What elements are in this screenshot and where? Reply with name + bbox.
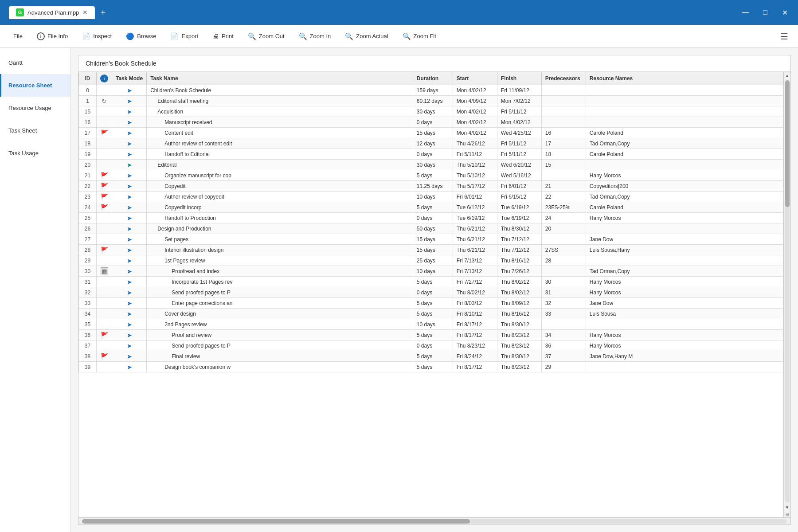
vertical-scrollbar[interactable]: ▲ ▼ ⊞ [783, 72, 790, 517]
zoomout-label: Zoom Out [259, 33, 285, 39]
cell-indicator: 🚩 [97, 192, 112, 202]
fileinfo-icon: i [37, 32, 45, 40]
menu-print[interactable]: 🖨 Print [206, 30, 240, 43]
export-icon: 📄 [170, 32, 179, 40]
scroll-down-arrow[interactable]: ▼ [784, 504, 790, 511]
v-scroll-thumb [785, 80, 790, 207]
h-scroll-thumb [82, 519, 470, 524]
cell-start: Tue 6/12/12 [453, 202, 497, 213]
cell-predecessors: 34 [541, 330, 586, 340]
cell-indicator: 🚩 [97, 351, 112, 362]
cell-id: 18 [79, 138, 97, 149]
table-row: 31➤Incorporate 1st Pages rev5 daysFri 7/… [79, 277, 783, 287]
task-mode-icon: ➤ [127, 236, 132, 243]
cell-start: Thu 8/23/12 [453, 340, 497, 351]
minimize-button[interactable]: — [738, 4, 754, 20]
task-mode-icon: ➤ [127, 268, 132, 275]
main-content: Children's Book Schedule ID i Task Mode … [71, 48, 798, 532]
menu-file[interactable]: File [7, 30, 29, 42]
hamburger-menu[interactable]: ☰ [778, 28, 791, 44]
tab-close-button[interactable]: ✕ [82, 9, 88, 16]
task-mode-icon: ➤ [127, 321, 132, 328]
sidebar-item-task-sheet[interactable]: Task Sheet [0, 119, 70, 142]
cell-taskname: Acquisition [147, 106, 413, 117]
close-button[interactable]: ✕ [777, 4, 793, 20]
menu-zoomfit[interactable]: 🔍 Zoom Fit [396, 30, 442, 43]
cell-id: 32 [79, 287, 97, 298]
task-mode-icon: ➤ [127, 87, 132, 94]
cell-start: Mon 4/02/12 [453, 128, 497, 138]
cell-predecessors [541, 319, 586, 330]
v-scroll-track[interactable] [785, 80, 790, 503]
menu-export[interactable]: 📄 Export [164, 30, 204, 43]
cell-id: 35 [79, 319, 97, 330]
cell-start: Fri 8/17/12 [453, 330, 497, 340]
menu-zoomout[interactable]: 🔍 Zoom Out [242, 30, 291, 43]
cell-duration: 10 days [413, 266, 453, 277]
table-row: 24🚩➤Copyedit incorp5 daysTue 6/12/12Tue … [79, 202, 783, 213]
cell-id: 33 [79, 298, 97, 309]
col-header-id: ID [79, 72, 97, 85]
cell-mode: ➤ [112, 330, 147, 340]
cell-duration: 12 days [413, 138, 453, 149]
maximize-button[interactable]: □ [757, 4, 773, 20]
cell-id: 30 [79, 266, 97, 277]
cell-finish: Tue 6/19/12 [497, 202, 541, 213]
cell-finish: Fri 6/15/12 [497, 192, 541, 202]
h-scroll-track[interactable] [82, 519, 787, 524]
cell-finish: Wed 5/16/12 [497, 170, 541, 181]
cell-finish: Thu 7/12/12 [497, 234, 541, 245]
cell-start: Thu 6/21/12 [453, 223, 497, 234]
cell-duration: 5 days [413, 330, 453, 340]
task-mode-icon: ➤ [127, 300, 132, 307]
new-tab-button[interactable]: + [95, 4, 111, 20]
cell-id: 20 [79, 160, 97, 170]
sidebar-item-resource-sheet[interactable]: Resource Sheet [0, 74, 70, 97]
tab-advanced-plan[interactable]: G Advanced Plan.mpp ✕ [9, 6, 95, 19]
cell-start: Fri 8/24/12 [453, 351, 497, 362]
cell-taskname: 1st Pages review [147, 255, 413, 266]
cell-predecessors: 30 [541, 277, 586, 287]
cell-duration: 15 days [413, 234, 453, 245]
inspect-label: Inspect [93, 33, 112, 39]
fileinfo-label: File Info [47, 33, 68, 39]
cell-predecessors: 16 [541, 128, 586, 138]
sidebar-item-gantt[interactable]: Gantt [0, 51, 70, 74]
menu-fileinfo[interactable]: i File Info [31, 30, 74, 43]
menu-inspect[interactable]: 📄 Inspect [76, 30, 118, 43]
cell-duration: 10 days [413, 319, 453, 330]
red-flag-icon: 🚩 [101, 204, 108, 211]
cell-duration: 5 days [413, 298, 453, 309]
cell-mode: ➤ [112, 106, 147, 117]
cell-predecessors: 33 [541, 309, 586, 319]
cell-finish: Fri 11/09/12 [497, 85, 541, 96]
scroll-up-arrow[interactable]: ▲ [784, 72, 790, 79]
cell-start: Thu 5/10/12 [453, 160, 497, 170]
cell-mode: ➤ [112, 213, 147, 223]
cell-taskname: Handoff to Editorial [147, 149, 413, 160]
col-header-mode: Task Mode [112, 72, 147, 85]
task-mode-icon: ➤ [127, 204, 132, 211]
task-mode-icon: ➤ [127, 332, 132, 339]
table-icon: ▦ [101, 267, 108, 275]
gantt-table[interactable]: ID i Task Mode Task Name Duration Start … [78, 72, 783, 517]
cell-finish: Thu 8/23/12 [497, 362, 541, 372]
cell-finish: Thu 8/02/12 [497, 277, 541, 287]
menu-browse[interactable]: 🔵 Browse [120, 30, 162, 43]
menu-zoomin[interactable]: 🔍 Zoom In [293, 30, 337, 43]
cell-duration: 0 days [413, 213, 453, 223]
cell-taskname: Cover design [147, 309, 413, 319]
task-mode-icon: ➤ [127, 246, 132, 254]
cell-id: 25 [79, 213, 97, 223]
menu-zoomactual[interactable]: 🔍 Zoom Actual [339, 30, 394, 43]
cell-indicator: 🚩 [97, 330, 112, 340]
task-mode-icon: ➤ [127, 193, 132, 200]
cell-id: 0 [79, 85, 97, 96]
cell-start: Thu 4/26/12 [453, 138, 497, 149]
cell-taskname: Set pages [147, 234, 413, 245]
cell-id: 27 [79, 234, 97, 245]
sidebar-item-task-usage[interactable]: Task Usage [0, 142, 70, 164]
cell-id: 21 [79, 170, 97, 181]
sidebar-item-resource-usage[interactable]: Resource Usage [0, 97, 70, 119]
horizontal-scrollbar[interactable] [78, 517, 790, 524]
